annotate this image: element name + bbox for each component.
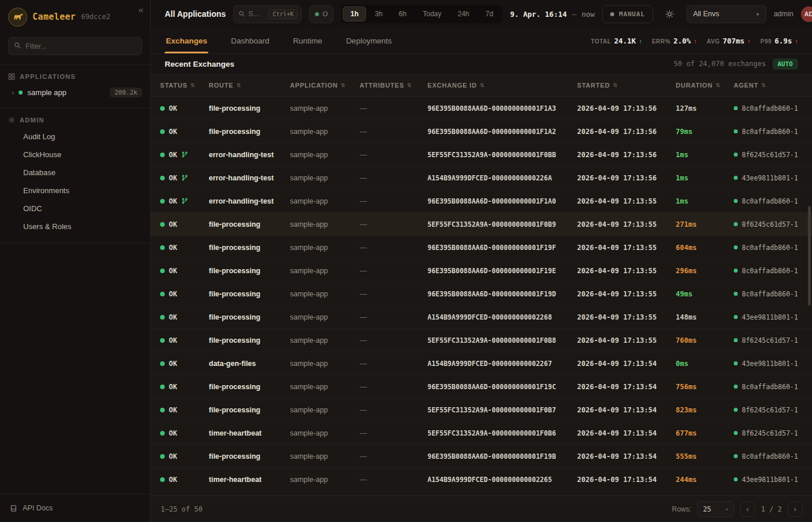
tab-dashboard[interactable]: Dashboard [230,28,270,53]
table-row[interactable]: OKfile-processingsample-app—96E395B0088A… [151,259,812,282]
stat-p99: P996.9s↑ [760,37,798,45]
sidebar-item-environments[interactable]: Environments [0,182,150,200]
table-row[interactable]: OKerror-handling-testsample-app—A154B9A9… [151,166,812,190]
agent-cell: 8c0affadb860-1 [734,267,805,275]
stats-group: TOTAL24.1K↑ERR%2.0%↑AVG707ms↑P996.9s↑ [591,28,798,53]
theme-toggle-button[interactable] [661,5,679,23]
started-cell: 2026-04-09 17:13:54 [577,360,676,368]
column-header-started[interactable]: STARTED⇅ [577,82,676,89]
time-range-1h[interactable]: 1h [343,6,366,21]
errors-only-toggle[interactable]: O [309,5,334,23]
table-row[interactable]: OKfile-processingsample-app—96E395B0088A… [151,282,812,306]
column-label: EXCHANGE ID [427,82,477,89]
table-row[interactable]: OKfile-processingsample-app—96E395B0088A… [151,236,812,259]
route-cell: file-processing [209,290,290,298]
duration-cell: 677ms [676,429,734,437]
time-range-today[interactable]: Today [415,6,449,21]
agent-dot-icon [734,454,738,458]
table-row[interactable]: OKdata-gen-filessample-app—A154B9A999DFC… [151,352,812,375]
env-select[interactable]: All Envs ▾ [686,5,766,23]
time-range-3h[interactable]: 3h [367,6,390,21]
application-cell: sample-app [290,383,360,391]
application-cell: sample-app [290,220,360,229]
tab-deployments[interactable]: Deployments [345,28,393,53]
status-cell: OK [160,476,209,484]
agent-dot-icon [734,338,738,342]
route-cell: file-processing [209,313,290,321]
stat-avg: AVG707ms↑ [707,37,751,45]
sidebar-item-clickhouse[interactable]: ClickHouse [0,146,150,164]
agent-dot-icon [734,315,738,319]
attributes-cell: — [360,290,427,298]
exchange-table-body: OKfile-processingsample-app—96E395B0088A… [151,97,812,491]
column-header-route[interactable]: ROUTE⇅ [209,82,290,89]
column-header-duration[interactable]: DURATION⇅ [676,82,734,89]
sidebar-item-audit-log[interactable]: Audit Log [0,128,150,146]
time-range-24h[interactable]: 24h [450,6,477,21]
rows-per-page-select[interactable]: 25 ▾ [697,501,734,517]
route-cell: timer-heartbeat [209,476,290,484]
exchange-id-cell: 96E395B0088AA6D-000000000001F19D [427,290,577,298]
sidebar-item-users-roles[interactable]: Users & Roles [0,217,150,235]
filter-input[interactable] [8,37,142,55]
status-cell: OK [160,336,209,345]
table-row[interactable]: OKfile-processingsample-app—5EF55FC31352… [151,213,812,236]
attributes-cell: — [360,360,427,368]
date-range-display[interactable]: 9. Apr. 16:14 — now [510,10,594,19]
time-range-7d[interactable]: 7d [478,6,501,21]
table-row[interactable]: OKfile-processingsample-app—96E395B0088A… [151,120,812,143]
column-header-exchange-id[interactable]: EXCHANGE ID⇅ [427,82,577,89]
next-page-button[interactable]: › [788,502,803,517]
stat-label: TOTAL [591,38,611,45]
started-cell: 2026-04-09 17:13:54 [577,429,676,437]
sidebar-collapse-icon[interactable]: « [139,5,143,14]
sidebar-spacer [0,242,150,494]
attributes-cell: — [360,383,427,391]
column-header-agent[interactable]: AGENT⇅ [734,82,805,89]
sidebar-item-sample-app[interactable]: › sample app 208.2k [0,84,150,101]
route-cell: error-handling-test [209,197,290,205]
sort-icon: ⇅ [480,82,484,88]
agent-id: 8f6245c61d57-1 [742,151,798,159]
attributes-cell: — [360,336,427,345]
manual-refresh-button[interactable]: MANUAL [602,5,653,23]
sidebar-item-database[interactable]: Database [0,164,150,182]
sidebar-filter [0,34,150,64]
column-header-attributes[interactable]: ATTRIBUTES⇅ [360,82,427,89]
agent-id: 8f6245c61d57-1 [742,406,798,414]
attributes-cell: — [360,267,427,275]
application-cell: sample-app [290,104,360,113]
column-header-status[interactable]: STATUS⇅ [160,82,209,89]
agent-cell: 8c0affadb860-1 [734,244,805,252]
prev-page-button[interactable]: ‹ [740,502,755,517]
sidebar-item-oidc[interactable]: OIDC [0,200,150,217]
started-cell: 2026-04-09 17:13:54 [577,383,676,391]
fork-icon [182,198,188,204]
tab-runtime[interactable]: Runtime [292,28,323,53]
table-row[interactable]: OKfile-processingsample-app—96E395B0088A… [151,97,812,120]
scrollbar-thumb[interactable] [808,206,811,306]
avatar[interactable]: AD [801,6,812,22]
table-row[interactable]: OKfile-processingsample-app—A154B9A999DF… [151,306,812,329]
started-cell: 2026-04-09 17:13:55 [577,244,676,252]
table-row[interactable]: OKfile-processingsample-app—96E395B0088A… [151,375,812,398]
time-range-6h[interactable]: 6h [392,6,414,21]
table-row[interactable]: OKfile-processingsample-app—5EF55FC31352… [151,329,812,352]
agent-dot-icon [734,106,738,110]
global-search[interactable]: Ctrl+K [233,5,302,23]
agent-dot-icon [734,269,738,273]
auto-refresh-badge[interactable]: AUTO [773,59,799,70]
application-cell: sample-app [290,313,360,321]
table-row[interactable]: OKfile-processingsample-app—96E395B0088A… [151,445,812,468]
application-cell: sample-app [290,452,360,461]
table-row[interactable]: OKerror-handling-testsample-app—5EF55FC3… [151,143,812,166]
search-input[interactable] [248,10,262,18]
tab-exchanges[interactable]: Exchanges [165,28,208,53]
sidebar-item-api-docs[interactable]: API Docs [0,494,150,522]
status-label: OK [169,220,177,229]
table-row[interactable]: OKtimer-heartbeatsample-app—5EF55FC31352… [151,422,812,445]
table-row[interactable]: OKtimer-heartbeatsample-app—A154B9A999DF… [151,468,812,491]
table-row[interactable]: OKerror-handling-testsample-app—96E395B0… [151,190,812,213]
table-row[interactable]: OKfile-processingsample-app—5EF55FC31352… [151,398,812,422]
column-header-application[interactable]: APPLICATION⇅ [290,82,360,89]
